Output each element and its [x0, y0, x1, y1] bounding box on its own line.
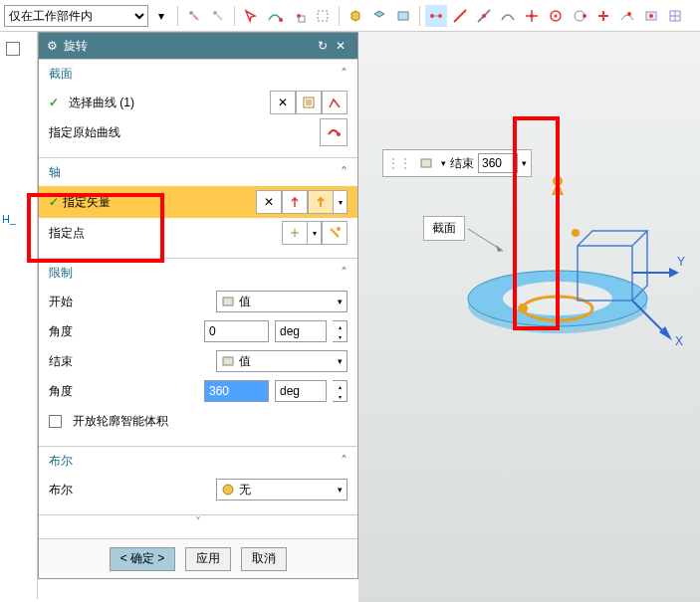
cancel-button[interactable]: 取消	[241, 547, 287, 571]
svg-point-24	[223, 485, 233, 495]
check-icon: ✓	[49, 96, 59, 109]
toolbar-icon-2[interactable]	[207, 5, 229, 27]
start-type-combo[interactable]: 值 ▾	[216, 291, 348, 312]
snap-oncurve-icon[interactable]	[473, 5, 495, 27]
svg-point-15	[627, 12, 631, 16]
ok-button[interactable]: < 确定 >	[110, 547, 176, 571]
boolean-combo[interactable]: 无 ▾	[216, 479, 348, 501]
svg-point-38	[572, 229, 580, 237]
curve-path-icon[interactable]	[264, 5, 286, 27]
open-profile-checkbox[interactable]	[49, 415, 62, 428]
svg-point-9	[482, 14, 486, 18]
svg-point-21	[337, 227, 341, 231]
curve-sketch-button[interactable]	[322, 91, 348, 114]
3d-viewport[interactable]: ⋮⋮ ▾ 结束 ▾ 截面 Y X	[358, 32, 700, 602]
tab-label[interactable]: H_	[2, 213, 16, 225]
svg-point-0	[189, 11, 193, 15]
svg-point-2	[279, 18, 283, 22]
arrow-select-icon[interactable]	[240, 5, 262, 27]
section-curve-header[interactable]: 截面 ˄	[39, 60, 357, 88]
region-icon[interactable]	[392, 5, 414, 27]
reset-icon[interactable]: ↻	[314, 37, 332, 55]
start-angle-input[interactable]	[204, 320, 269, 342]
snap-endpoint-icon[interactable]	[425, 5, 447, 27]
snap-curve-point-icon[interactable]	[616, 5, 638, 27]
vector-infer-button[interactable]	[282, 190, 308, 214]
y-axis-label: Y	[677, 255, 685, 269]
end-angle-spinner[interactable]: ▴▾	[333, 380, 348, 402]
curve-list-button[interactable]	[296, 91, 322, 114]
snap-quadrant-icon[interactable]	[569, 5, 590, 27]
end-angle-label: 角度	[49, 383, 198, 400]
svg-rect-5	[318, 11, 328, 21]
start-label: 开始	[49, 294, 210, 310]
boolean-section: 布尔 ˄ 布尔 无 ▾	[39, 446, 357, 514]
curve-rule-button[interactable]: ✕	[270, 91, 296, 114]
svg-rect-23	[223, 357, 233, 365]
start-angle-label: 角度	[49, 323, 198, 340]
chevron-up-icon: ˄	[341, 164, 348, 180]
solid-icon[interactable]	[345, 5, 366, 27]
dropdown-arrow-icon[interactable]: ▾	[150, 5, 172, 27]
apply-button[interactable]: 应用	[185, 547, 231, 571]
revolve-dialog: ⚙ 旋转 ↻ ✕ 截面 ˄ ✓ 选择曲线 (1) ✕ 指定原始曲线	[38, 32, 358, 579]
open-profile-label: 开放轮廓智能体积	[73, 413, 168, 430]
vector-dialog-button[interactable]	[308, 190, 334, 214]
origin-curve-label: 指定原始曲线	[49, 124, 314, 141]
svg-point-17	[649, 14, 653, 18]
origin-curve-button[interactable]	[320, 118, 348, 146]
end-angle-input[interactable]	[204, 380, 269, 402]
section-curve-section: 截面 ˄ ✓ 选择曲线 (1) ✕ 指定原始曲线	[39, 59, 357, 157]
end-type-combo[interactable]: 值 ▾	[216, 350, 348, 372]
chevron-up-icon: ˄	[341, 453, 348, 469]
svg-point-10	[530, 14, 534, 18]
snap-plus-icon[interactable]	[592, 5, 614, 27]
dashed-select-icon[interactable]	[312, 5, 334, 27]
toolbar-icon-1[interactable]	[183, 5, 205, 27]
start-angle-spinner[interactable]: ▴▾	[333, 320, 348, 342]
point-dropdown[interactable]: ▾	[308, 221, 322, 245]
svg-point-1	[213, 11, 217, 15]
boolean-header[interactable]: 布尔 ˄	[39, 447, 357, 475]
vector-dropdown[interactable]: ▾	[334, 190, 348, 214]
annotation-box-axis	[27, 193, 164, 263]
svg-point-12	[555, 14, 558, 17]
filter-select[interactable]: 仅在工作部件内	[4, 5, 148, 27]
x-axis-label: X	[675, 334, 683, 348]
svg-rect-6	[398, 12, 408, 20]
point-dialog-button[interactable]	[322, 221, 348, 245]
end-unit-combo[interactable]: deg	[275, 380, 327, 402]
snap-face-icon[interactable]	[640, 5, 662, 27]
limits-header[interactable]: 限制 ˄	[39, 259, 357, 287]
svg-point-14	[583, 14, 586, 18]
dialog-footer: < 确定 > 应用 取消	[39, 538, 357, 578]
svg-rect-22	[223, 298, 233, 305]
end-label: 结束	[49, 353, 210, 370]
tab-icon[interactable]	[6, 42, 20, 56]
select-curve-label: 选择曲线 (1)	[69, 95, 264, 111]
vector-reverse-button[interactable]: ✕	[256, 190, 282, 214]
snap-center-icon[interactable]	[545, 5, 567, 27]
snap-tangent-icon[interactable]	[497, 5, 519, 27]
annotation-box-axis-3d	[513, 116, 560, 330]
plus-square-icon[interactable]	[288, 5, 310, 27]
axis-header[interactable]: 轴 ˄	[39, 158, 357, 186]
face-icon[interactable]	[368, 5, 390, 27]
dialog-header: ⚙ 旋转 ↻ ✕	[39, 33, 357, 59]
chevron-up-icon: ˄	[341, 265, 348, 281]
boolean-label: 布尔	[49, 482, 210, 499]
dialog-title: 旋转	[64, 38, 314, 55]
point-infer-button[interactable]	[282, 221, 308, 245]
drag-handle-icon[interactable]: ⋮⋮	[387, 156, 411, 170]
close-icon[interactable]: ✕	[332, 37, 350, 55]
gear-icon[interactable]: ⚙	[47, 39, 58, 53]
svg-point-19	[337, 132, 341, 136]
start-unit-combo[interactable]: deg	[275, 320, 327, 342]
snap-midpoint-icon[interactable]	[449, 5, 471, 27]
expand-more-icon[interactable]: ˅	[39, 514, 357, 530]
snap-grid-icon[interactable]	[664, 5, 686, 27]
left-tab-area: H_	[0, 32, 38, 599]
svg-point-20	[294, 232, 297, 235]
snap-intersection-icon[interactable]	[521, 5, 543, 27]
limits-section: 限制 ˄ 开始 值 ▾ 角度 deg ▴▾ 结束	[39, 258, 357, 446]
